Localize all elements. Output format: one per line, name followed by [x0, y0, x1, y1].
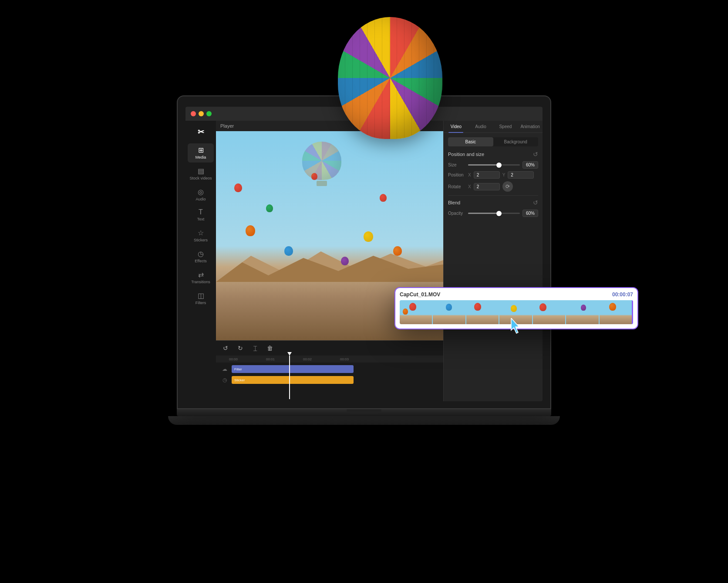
film-frame-5 [533, 300, 565, 324]
sidebar-label-effects: Effects [195, 259, 206, 264]
main-balloon-body [302, 142, 341, 180]
ruler-label-2: 00:02 [303, 357, 312, 361]
player-label: Player [216, 121, 443, 131]
ff2-balloon1 [446, 304, 452, 311]
card-header: CapCut_01.MOV 00:00:07 [400, 292, 633, 298]
position-size-reset[interactable]: ↺ [533, 151, 538, 158]
small-balloon-9 [393, 246, 402, 256]
screen-content: ✂ ⊞ Media ▤ Stock videos ◎ Audio [185, 107, 543, 401]
filter-track-bar[interactable]: Filter [232, 365, 354, 373]
rotate-dial-button[interactable]: ⟳ [502, 181, 513, 192]
filter-track-icon: ☁ [220, 365, 229, 373]
size-label: Size [448, 163, 465, 167]
size-slider[interactable] [468, 164, 520, 166]
sidebar-label-text: Text [197, 217, 205, 222]
media-icon: ⊞ [198, 146, 204, 154]
size-value-input[interactable] [522, 161, 538, 169]
size-slider-fill [468, 164, 499, 166]
maximize-button[interactable] [206, 111, 212, 116]
card-timecode: 00:00:07 [612, 292, 633, 298]
playhead-marker [287, 352, 292, 356]
sidebar-item-audio[interactable]: ◎ Audio [188, 185, 214, 204]
sub-tab-basic[interactable]: Basic [448, 137, 493, 146]
film-frame-1 [400, 300, 432, 324]
laptop-hinge [177, 409, 551, 416]
opacity-slider-thumb[interactable] [496, 211, 502, 216]
opacity-slider[interactable] [468, 213, 520, 214]
position-y-input[interactable] [508, 171, 534, 179]
panel-content: Basic Background Position and size ↺ [444, 133, 543, 401]
effects-icon: ◷ [198, 250, 204, 258]
tab-audio[interactable]: Audio [468, 121, 493, 132]
position-x-input[interactable] [474, 171, 500, 179]
sidebar-item-transitions[interactable]: ⇄ Transitions [188, 268, 214, 287]
sidebar-item-effects[interactable]: ◷ Effects [188, 247, 214, 266]
content-row: Player [216, 121, 543, 401]
laptop-notch [347, 409, 381, 414]
sidebar-item-text[interactable]: T Text [188, 206, 214, 224]
ruler-label-3: 00:03 [340, 357, 349, 361]
small-balloon-6 [341, 257, 349, 265]
svg-marker-2 [511, 318, 519, 333]
small-balloon-8 [380, 194, 387, 202]
small-balloon-2 [246, 225, 255, 236]
ff5-balloon1 [539, 303, 546, 311]
audio-icon: ◎ [198, 188, 204, 196]
panel-tabs: Video Audio Speed Animation [444, 121, 543, 133]
sidebar-label-filters: Filters [195, 301, 206, 305]
position-y-label: Y [502, 173, 506, 177]
small-balloon-7 [364, 231, 373, 242]
sidebar-item-media[interactable]: ⊞ Media [188, 143, 214, 163]
sidebar: ✂ ⊞ Media ▤ Stock videos ◎ Audio [185, 121, 216, 401]
timeline-toolbar: ↺ ↻ ⌶ 🗑 [216, 341, 443, 356]
ff1-balloon2 [403, 308, 408, 315]
timeline-row-filter: ☁ Filter [220, 364, 439, 374]
sticker-track-icon: ◷ [220, 376, 229, 384]
split-button[interactable]: ⌶ [250, 343, 260, 353]
playhead [289, 356, 290, 399]
stickers-icon: ☆ [198, 229, 204, 237]
timeline-ruler: 00:00 00:01 00:02 00:03 [216, 356, 443, 363]
ff7-balloon1 [609, 303, 616, 311]
laptop-base [168, 416, 560, 425]
sidebar-item-stickers[interactable]: ☆ Stickers [188, 226, 214, 245]
main-column: Player [216, 121, 543, 401]
rotate-x-input[interactable] [474, 183, 500, 190]
tab-animation[interactable]: Animation [518, 121, 543, 132]
title-bar [185, 107, 543, 121]
sidebar-item-stock-videos[interactable]: ▤ Stock videos [188, 164, 214, 183]
sub-tab-background[interactable]: Background [493, 137, 539, 146]
card-filename: CapCut_01.MOV [400, 292, 440, 298]
redo-button[interactable]: ↻ [235, 343, 246, 353]
ruler-label-0: 00:00 [229, 357, 238, 361]
minimize-button[interactable] [199, 111, 204, 116]
sidebar-item-filters[interactable]: ◫ Filters [188, 289, 214, 308]
cursor-arrow [508, 318, 525, 337]
sticker-track-bar[interactable]: Sticker [232, 376, 354, 384]
tab-speed[interactable]: Speed [493, 121, 518, 132]
ff4-balloon1 [511, 305, 517, 312]
panel-sub-tabs: Basic Background [448, 137, 538, 146]
logo-icon: ✂ [198, 127, 204, 137]
tab-video[interactable]: Video [444, 121, 468, 132]
opacity-value-input[interactable] [522, 210, 538, 217]
app-body: ✂ ⊞ Media ▤ Stock videos ◎ Audio [185, 121, 543, 401]
film-frame-7 [600, 300, 633, 324]
laptop-camera [362, 100, 366, 103]
film-frame-2 [433, 300, 465, 324]
sidebar-label-stickers: Stickers [194, 238, 208, 243]
floating-card: CapCut_01.MOV 00:00:07 [394, 287, 638, 329]
small-balloon-1 [234, 183, 242, 192]
undo-button[interactable]: ↺ [220, 343, 231, 353]
blend-reset[interactable]: ↺ [533, 199, 538, 206]
close-button[interactable] [191, 111, 196, 116]
traffic-lights [191, 111, 212, 116]
timeline-section: ↺ ↻ ⌶ 🗑 00:00 00:01 00:02 00:03 [216, 340, 443, 401]
sidebar-label-transitions: Transitions [191, 280, 210, 285]
timeline-row-sticker: ◷ Sticker [220, 375, 439, 385]
main-area: Player [216, 121, 443, 401]
size-slider-thumb[interactable] [496, 163, 502, 168]
main-balloon-basket [317, 181, 327, 186]
delete-button[interactable]: 🗑 [265, 343, 275, 353]
text-icon: T [199, 208, 203, 216]
